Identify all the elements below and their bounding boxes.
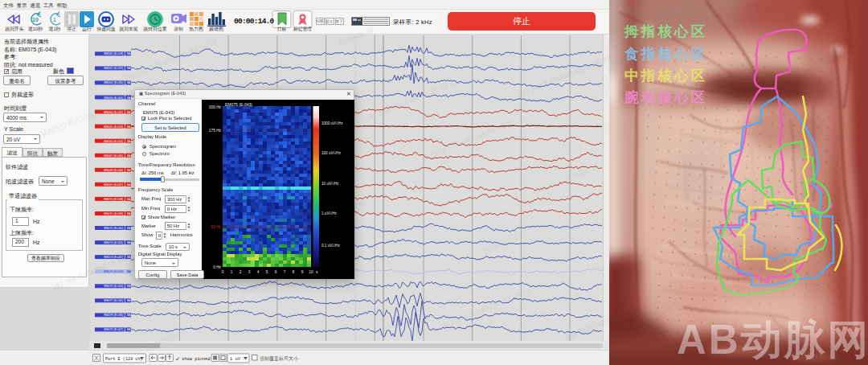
svg-text:EM071 (E-039): EM071 (E-039) <box>104 212 123 215</box>
svg-text:中指核心区: 中指核心区 <box>624 68 708 84</box>
svg-text:BA: BA <box>127 299 131 302</box>
svg-text:8: 8 <box>293 270 295 274</box>
svg-text:0.1 uV/√Hz: 0.1 uV/√Hz <box>321 244 340 248</box>
svg-text:BA: BA <box>127 285 131 288</box>
svg-text:50 Hz: 50 Hz <box>211 225 221 229</box>
svg-text:BA: BA <box>127 169 131 172</box>
svg-text:BA: BA <box>127 328 131 331</box>
svg-text:1 uV/√Hz: 1 uV/√Hz <box>321 211 338 215</box>
svg-text:EM060 (E-028): EM060 (E-028) <box>104 52 123 55</box>
svg-text:EM075 (E-043): EM075 (E-043) <box>104 270 123 273</box>
svg-text:5: 5 <box>266 270 268 274</box>
svg-text:1: 1 <box>53 17 56 23</box>
svg-text:175 Hz: 175 Hz <box>209 129 222 133</box>
svg-text:EM075 (E-043): EM075 (E-043) <box>225 102 252 107</box>
svg-text:BA: BA <box>127 140 131 143</box>
svg-text:EM070 (E-038): EM070 (E-038) <box>104 198 123 201</box>
svg-text:7: 7 <box>284 270 286 274</box>
svg-text:EM077 (E-045): EM077 (E-045) <box>104 299 123 302</box>
svg-text:10: 10 <box>309 270 313 274</box>
svg-text:BA: BA <box>127 256 131 259</box>
svg-text:BA: BA <box>127 314 131 317</box>
svg-text:show pinned: show pinned <box>182 357 211 362</box>
svg-text:1 uV: 1 uV <box>230 357 241 362</box>
svg-text:0: 0 <box>222 270 224 274</box>
svg-text:100 uV/√Hz: 100 uV/√Hz <box>321 151 342 155</box>
svg-text:BA: BA <box>127 183 131 187</box>
svg-text:1: 1 <box>231 270 233 274</box>
svg-text:10 uV/√Hz: 10 uV/√Hz <box>321 182 339 186</box>
svg-text:6: 6 <box>275 270 277 274</box>
svg-text:BA: BA <box>127 241 131 244</box>
svg-text:300 Hz: 300 Hz <box>209 105 222 109</box>
svg-text:BA: BA <box>127 198 131 201</box>
svg-text:10: 10 <box>32 17 39 23</box>
svg-text:✓: ✓ <box>175 355 180 363</box>
svg-text:AB动脉网: AB动脉网 <box>677 317 868 363</box>
svg-text:BA: BA <box>127 125 131 129</box>
svg-text:2: 2 <box>240 270 242 274</box>
svg-text:腕动核心区: 腕动核心区 <box>624 89 708 105</box>
svg-text:EM072 (E-040): EM072 (E-040) <box>104 227 123 230</box>
svg-text:EM068 (E-036): EM068 (E-036) <box>104 169 123 172</box>
svg-text:BA: BA <box>127 227 131 230</box>
svg-text:强制覆盖标尺大小: 强制覆盖标尺大小 <box>260 355 299 362</box>
svg-text:EM076 (E-044): EM076 (E-044) <box>104 285 123 288</box>
svg-text:BA: BA <box>127 67 131 70</box>
svg-text:EM078 (E-046): EM078 (E-046) <box>104 314 123 317</box>
svg-text:EM074 (E-042): EM074 (E-042) <box>104 256 123 259</box>
svg-text:1000 uV/√Hz: 1000 uV/√Hz <box>321 121 343 125</box>
svg-text:BA: BA <box>127 111 131 114</box>
svg-text:BA: BA <box>127 212 131 215</box>
svg-text:EM067 (E-035): EM067 (E-035) <box>104 154 123 158</box>
svg-text:BA: BA <box>127 52 131 55</box>
svg-text:Port E (128 ch): Port E (128 ch) <box>105 357 143 362</box>
svg-text:EM061 (E-029): EM061 (E-029) <box>104 67 123 70</box>
svg-text:BA: BA <box>127 96 131 100</box>
svg-text:EM069 (E-037): EM069 (E-037) <box>104 183 123 187</box>
svg-text:拇指核心区: 拇指核心区 <box>624 23 708 39</box>
svg-text:BA: BA <box>127 81 131 84</box>
svg-text:BA: BA <box>127 154 131 158</box>
svg-text:EM064 (E-032): EM064 (E-032) <box>104 111 123 114</box>
svg-text:3: 3 <box>248 270 251 274</box>
svg-text:BA: BA <box>127 270 131 273</box>
svg-text:EM065 (E-033): EM065 (E-033) <box>104 125 123 129</box>
svg-text:EM062 (E-030): EM062 (E-030) <box>104 81 123 84</box>
svg-text:食指核心区: 食指核心区 <box>624 46 708 62</box>
svg-text:EM063 (E-031): EM063 (E-031) <box>104 96 123 100</box>
svg-text:9: 9 <box>301 270 304 274</box>
svg-text:0 Hz: 0 Hz <box>213 265 221 269</box>
svg-text:EM066 (E-034): EM066 (E-034) <box>104 140 123 143</box>
svg-text:EM079 (E-047): EM079 (E-047) <box>104 328 123 331</box>
svg-text:4: 4 <box>257 270 260 274</box>
svg-text:EM073 (E-041): EM073 (E-041) <box>104 241 123 244</box>
